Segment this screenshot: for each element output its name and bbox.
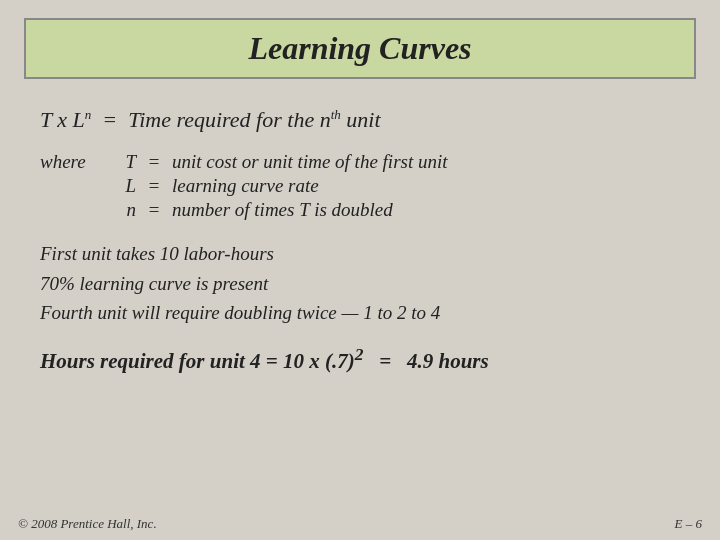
formula-line: T x Ln = Time required for the nth unit: [40, 107, 680, 133]
hours-line: Hours required for unit 4 = 10 x (.7)2 =…: [40, 344, 680, 374]
where-row-n: n = number of times T is doubled: [120, 199, 448, 221]
footer-right: E – 6: [675, 516, 702, 532]
eq-t: =: [144, 151, 164, 173]
para-line2: 70% learning curve is present: [40, 269, 680, 298]
slide: Learning Curves T x Ln = Time required f…: [0, 0, 720, 540]
hours-text: Hours required for unit 4 = 10 x (.7)2 =…: [40, 349, 489, 373]
content-area: T x Ln = Time required for the nth unit …: [0, 89, 720, 512]
where-block: where T = unit cost or unit time of the …: [40, 151, 680, 221]
slide-title: Learning Curves: [248, 30, 471, 66]
para-line3: Fourth unit will require doubling twice …: [40, 298, 680, 327]
desc-l: learning curve rate: [172, 175, 319, 197]
footer-left: © 2008 Prentice Hall, Inc.: [18, 516, 157, 532]
where-row-l: L = learning curve rate: [120, 175, 448, 197]
footer: © 2008 Prentice Hall, Inc. E – 6: [0, 512, 720, 540]
para-line1: First unit takes 10 labor-hours: [40, 239, 680, 268]
where-row-t: T = unit cost or unit time of the first …: [120, 151, 448, 173]
desc-t: unit cost or unit time of the first unit: [172, 151, 448, 173]
where-label: where: [40, 151, 120, 221]
desc-n: number of times T is doubled: [172, 199, 393, 221]
where-vars: T = unit cost or unit time of the first …: [120, 151, 448, 221]
var-t: T: [120, 151, 136, 173]
eq-l: =: [144, 175, 164, 197]
title-bar: Learning Curves: [24, 18, 696, 79]
formula-text: T x Ln = Time required for the nth unit: [40, 107, 381, 132]
paragraph-block: First unit takes 10 labor-hours 70% lear…: [40, 239, 680, 327]
eq-n: =: [144, 199, 164, 221]
var-n: n: [120, 199, 136, 221]
var-l: L: [120, 175, 136, 197]
